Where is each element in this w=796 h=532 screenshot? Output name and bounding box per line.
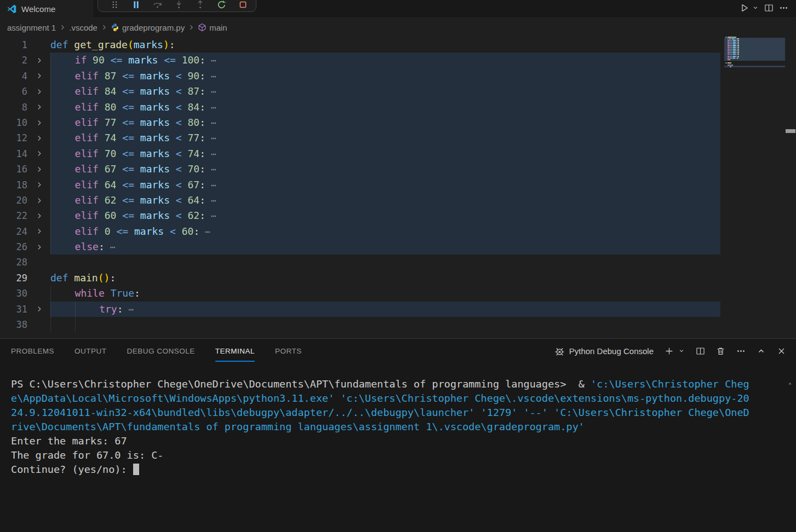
panel-tab-terminal[interactable]: TERMINAL xyxy=(215,340,255,362)
fold-chevron-icon[interactable] xyxy=(35,181,43,189)
fold-chevron-icon[interactable] xyxy=(35,227,43,235)
run-dropdown-icon[interactable] xyxy=(752,4,759,11)
fold-gutter[interactable] xyxy=(27,224,50,239)
step-out-icon[interactable] xyxy=(196,0,205,9)
more-actions-icon[interactable] xyxy=(779,3,788,13)
fold-chevron-icon[interactable] xyxy=(35,243,43,251)
code-token: 100 xyxy=(182,54,200,66)
more-panel-actions-icon[interactable] xyxy=(736,346,746,356)
fold-gutter[interactable] xyxy=(27,208,50,223)
fold-chevron-icon[interactable] xyxy=(35,165,43,174)
close-panel-icon[interactable] xyxy=(777,346,786,356)
kill-terminal-icon[interactable] xyxy=(716,346,725,356)
split-terminal-icon[interactable] xyxy=(696,346,705,356)
code-line[interactable]: 16elif 67 <= marks < 70: ⋯ xyxy=(0,161,724,177)
fold-gutter[interactable] xyxy=(27,146,50,161)
fold-chevron-icon[interactable] xyxy=(35,305,43,313)
code-line[interactable]: 4elif 87 <= marks < 90: ⋯ xyxy=(0,68,724,84)
code-line[interactable]: 10elif 77 <= marks < 80: ⋯ xyxy=(0,115,724,130)
fold-chevron-icon[interactable] xyxy=(35,196,43,205)
code-token: : xyxy=(99,241,105,252)
code-line[interactable]: 31try: ⋯ xyxy=(0,302,724,317)
line-number: 29 xyxy=(0,270,27,286)
fold-chevron-icon[interactable] xyxy=(35,134,43,142)
step-over-icon[interactable] xyxy=(153,0,162,9)
panel-tab-debug-console[interactable]: DEBUG CONSOLE xyxy=(127,340,195,362)
code-token: ⋯ xyxy=(205,86,216,97)
code-line[interactable]: 18elif 64 <= marks < 67: ⋯ xyxy=(0,177,724,193)
code-line[interactable]: 26else: ⋯ xyxy=(0,239,724,255)
fold-gutter[interactable] xyxy=(27,84,50,99)
minimap[interactable] xyxy=(724,36,785,338)
tab-welcome[interactable]: Welcome xyxy=(0,0,93,18)
code-line[interactable]: 20elif 62 <= marks < 64: ⋯ xyxy=(0,193,724,208)
restart-icon[interactable] xyxy=(217,0,226,9)
fold-chevron-icon[interactable] xyxy=(35,72,43,80)
drag-handle-icon[interactable] xyxy=(110,0,119,9)
panel-tab-ports[interactable]: PORTS xyxy=(275,340,302,362)
code-line[interactable]: 30while True: xyxy=(0,286,724,301)
run-python-file-icon[interactable] xyxy=(740,3,749,13)
fold-chevron-icon[interactable] xyxy=(35,119,43,127)
terminal-instance[interactable]: Python Debug Console xyxy=(554,346,654,356)
fold-chevron-icon[interactable] xyxy=(35,88,43,96)
stop-icon[interactable] xyxy=(238,0,248,9)
fold-gutter[interactable] xyxy=(27,53,50,68)
fold-gutter xyxy=(27,255,50,270)
code-line[interactable]: 28 xyxy=(0,255,724,270)
code-editor[interactable]: 1def get_grade(marks):2if 90 <= marks <=… xyxy=(0,36,796,338)
code-token: elif xyxy=(75,163,105,175)
breadcrumb-item-gradeprogram-py[interactable]: gradeprogram.py xyxy=(111,23,185,32)
line-number: 1 xyxy=(0,37,27,53)
fold-gutter[interactable] xyxy=(27,302,50,317)
panel-tab-problems[interactable]: PROBLEMS xyxy=(11,340,54,362)
code-line[interactable]: 14elif 70 <= marks < 74: ⋯ xyxy=(0,146,724,161)
code-line[interactable]: 1def get_grade(marks): xyxy=(0,37,724,53)
editor-tab-bar: Welcome xyxy=(0,0,796,18)
breadcrumb-item-assignment-1[interactable]: assignment 1 xyxy=(7,23,56,32)
terminal-text: 'c:\Users\Christopher Cheg xyxy=(591,378,749,390)
fold-chevron-icon[interactable] xyxy=(35,103,43,111)
code-line[interactable]: 8elif 80 <= marks < 84: ⋯ xyxy=(0,100,724,115)
code-token: : xyxy=(199,148,205,159)
breadcrumb-item-main[interactable]: main xyxy=(198,23,227,32)
fold-gutter[interactable] xyxy=(27,177,50,193)
fold-gutter[interactable] xyxy=(27,115,50,130)
line-number: 14 xyxy=(0,146,27,161)
code-token: ( xyxy=(98,272,104,284)
fold-gutter[interactable] xyxy=(27,239,50,255)
fold-gutter[interactable] xyxy=(27,68,50,84)
terminal-scroll-top-icon[interactable] xyxy=(787,380,793,387)
fold-gutter[interactable] xyxy=(27,130,50,146)
editor-scrollbar-thumb[interactable] xyxy=(786,129,795,133)
pause-icon[interactable] xyxy=(131,0,141,9)
terminal-text: PS C:\Users\Christopher Chege\OneDrive\D… xyxy=(11,378,591,390)
terminal-output[interactable]: PS C:\Users\Christopher Chege\OneDrive\D… xyxy=(0,377,796,477)
fold-gutter[interactable] xyxy=(27,193,50,208)
fold-gutter[interactable] xyxy=(27,100,50,115)
terminal-text: e\AppData\Local\Microsoft\WindowsApps\py… xyxy=(11,392,749,404)
new-terminal-icon[interactable] xyxy=(665,346,674,356)
fold-chevron-icon[interactable] xyxy=(35,212,43,220)
line-number: 6 xyxy=(0,84,27,99)
step-into-icon[interactable] xyxy=(174,0,184,9)
code-token: elif xyxy=(75,194,105,206)
code-line[interactable]: 29def main(): xyxy=(0,270,724,286)
editor-scrollbar[interactable] xyxy=(785,36,796,338)
panel-tab-output[interactable]: OUTPUT xyxy=(75,340,107,362)
code-token: < xyxy=(176,132,188,143)
code-token: : xyxy=(117,303,123,315)
fold-gutter[interactable] xyxy=(27,161,50,177)
fold-chevron-icon[interactable] xyxy=(35,56,43,65)
maximize-panel-icon[interactable] xyxy=(757,346,766,356)
code-line[interactable]: 22elif 60 <= marks < 62: ⋯ xyxy=(0,208,724,223)
terminal-dropdown-icon[interactable] xyxy=(678,348,685,354)
split-editor-icon[interactable] xyxy=(764,3,774,13)
breadcrumb-item--vscode[interactable]: .vscode xyxy=(69,23,98,32)
code-line[interactable]: 12elif 74 <= marks < 77: ⋯ xyxy=(0,130,724,146)
fold-chevron-icon[interactable] xyxy=(35,149,43,158)
code-line[interactable]: 38 xyxy=(0,317,724,332)
code-line[interactable]: 6elif 84 <= marks < 87: ⋯ xyxy=(0,84,724,99)
code-line[interactable]: 2if 90 <= marks <= 100: ⋯ xyxy=(0,53,724,68)
code-line[interactable]: 24elif 0 <= marks < 60: ⋯ xyxy=(0,224,724,239)
